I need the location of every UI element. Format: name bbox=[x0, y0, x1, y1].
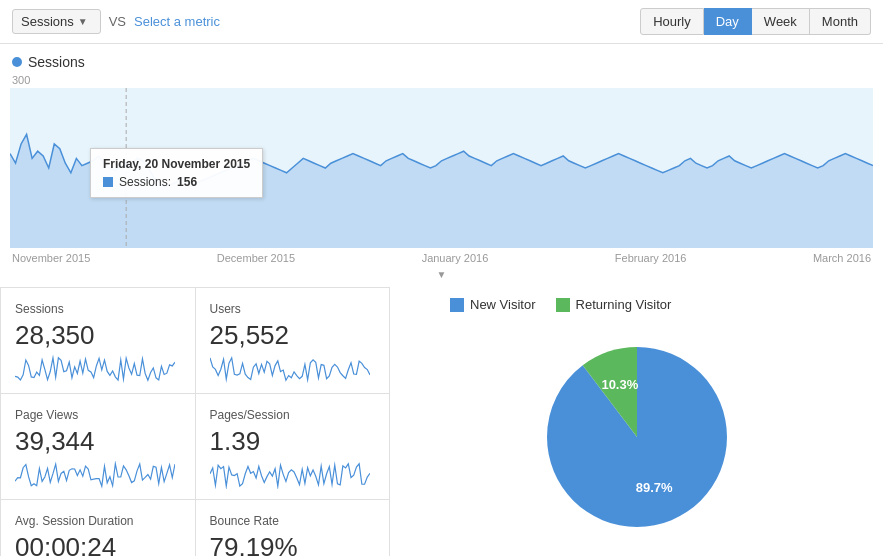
pie-chart-canvas bbox=[527, 322, 747, 542]
time-button-group: Hourly Day Week Month bbox=[640, 8, 871, 35]
stat-value-5: 79.19% bbox=[210, 532, 376, 556]
new-visitor-legend: New Visitor bbox=[450, 297, 536, 312]
tooltip-title: Friday, 20 November 2015 bbox=[103, 157, 250, 171]
stats-section: Sessions 28,350 Users 25,552 Page Views … bbox=[0, 287, 883, 556]
y-axis-top-label: 300 bbox=[12, 74, 871, 86]
stat-value-4: 00:00:24 bbox=[15, 532, 181, 556]
tooltip-sessions-value: 156 bbox=[177, 175, 197, 189]
stat-cell-pages-session: Pages/Session 1.39 bbox=[195, 394, 390, 500]
chart-container: Friday, 20 November 2015 Sessions: 156 bbox=[10, 88, 873, 248]
sparkline-0 bbox=[15, 355, 181, 383]
dropdown-arrow-icon: ▼ bbox=[78, 16, 88, 27]
x-label-0: November 2015 bbox=[12, 252, 90, 264]
pie-legend: New Visitor Returning Visitor bbox=[450, 297, 671, 312]
scroll-indicator[interactable]: ▼ bbox=[12, 266, 871, 281]
day-button[interactable]: Day bbox=[704, 8, 752, 35]
stat-value-1: 25,552 bbox=[210, 320, 376, 351]
stat-label-1: Users bbox=[210, 302, 376, 316]
x-label-1: December 2015 bbox=[217, 252, 295, 264]
stat-cell-sessions: Sessions 28,350 bbox=[0, 288, 195, 394]
new-visitor-label: New Visitor bbox=[470, 297, 536, 312]
stat-value-3: 1.39 bbox=[210, 426, 376, 457]
chart-legend: Sessions bbox=[12, 54, 871, 70]
stat-cell-bounce-rate: Bounce Rate 79.19% bbox=[195, 500, 390, 556]
stat-label-4: Avg. Session Duration bbox=[15, 514, 181, 528]
returning-visitor-legend: Returning Visitor bbox=[556, 297, 672, 312]
chart-section: Sessions 300 Friday, 20 November 2015 Se… bbox=[0, 44, 883, 281]
header-left: Sessions ▼ VS Select a metric bbox=[12, 9, 220, 34]
vs-label: VS bbox=[109, 14, 126, 29]
chart-tooltip: Friday, 20 November 2015 Sessions: 156 bbox=[90, 148, 263, 198]
sparkline-2 bbox=[15, 461, 181, 489]
legend-dot-icon bbox=[12, 57, 22, 67]
stat-label-2: Page Views bbox=[15, 408, 181, 422]
chart-legend-label: Sessions bbox=[28, 54, 85, 70]
metric-label: Sessions bbox=[21, 14, 74, 29]
header-bar: Sessions ▼ VS Select a metric Hourly Day… bbox=[0, 0, 883, 44]
select-metric-link[interactable]: Select a metric bbox=[134, 14, 220, 29]
returning-visitor-label: Returning Visitor bbox=[576, 297, 672, 312]
x-label-4: March 2016 bbox=[813, 252, 871, 264]
pie-section: New Visitor Returning Visitor bbox=[390, 287, 883, 556]
sparkline-3 bbox=[210, 461, 376, 489]
tooltip-sessions-label: Sessions: bbox=[119, 175, 171, 189]
sparkline-1 bbox=[210, 355, 376, 383]
stat-cell-avg-duration: Avg. Session Duration 00:00:24 bbox=[0, 500, 195, 556]
returning-visitor-color-icon bbox=[556, 298, 570, 312]
x-label-2: January 2016 bbox=[422, 252, 489, 264]
new-visitor-color-icon bbox=[450, 298, 464, 312]
tooltip-color-icon bbox=[103, 177, 113, 187]
tooltip-sessions-row: Sessions: 156 bbox=[103, 175, 250, 189]
stat-cell-users: Users 25,552 bbox=[195, 288, 390, 394]
month-button[interactable]: Month bbox=[810, 8, 871, 35]
pie-chart-wrapper bbox=[527, 322, 747, 545]
stat-value-0: 28,350 bbox=[15, 320, 181, 351]
stat-cell-pageviews: Page Views 39,344 bbox=[0, 394, 195, 500]
stat-label-0: Sessions bbox=[15, 302, 181, 316]
week-button[interactable]: Week bbox=[752, 8, 810, 35]
metric-dropdown[interactable]: Sessions ▼ bbox=[12, 9, 101, 34]
stat-value-2: 39,344 bbox=[15, 426, 181, 457]
stat-label-3: Pages/Session bbox=[210, 408, 376, 422]
scroll-arrow-icon: ▼ bbox=[437, 269, 447, 280]
x-label-3: February 2016 bbox=[615, 252, 687, 264]
hourly-button[interactable]: Hourly bbox=[640, 8, 704, 35]
stat-label-5: Bounce Rate bbox=[210, 514, 376, 528]
stats-grid: Sessions 28,350 Users 25,552 Page Views … bbox=[0, 287, 390, 556]
